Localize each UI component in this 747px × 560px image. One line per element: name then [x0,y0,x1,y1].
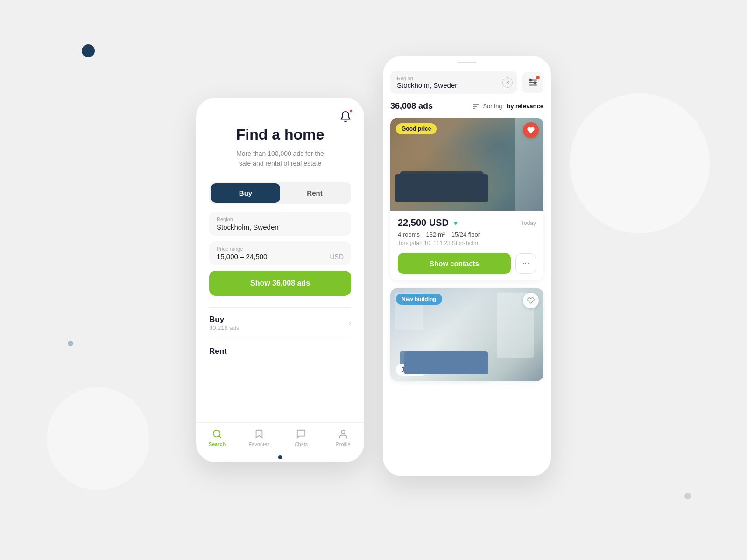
chats-nav-label: Chats [295,441,308,447]
sorting-value: by relevance [507,103,543,110]
left-phone: Find a home More than 100,000 ads for th… [196,98,364,462]
sort-button[interactable]: Sorting: by relevance [472,103,543,110]
left-phone-content: Find a home More than 100,000 ads for th… [196,98,364,422]
svg-marker-11 [402,367,408,372]
nav-chats[interactable]: Chats [280,428,322,447]
bg-shape-right [570,93,710,233]
sofa2-decoration [400,351,479,372]
price-range-field[interactable]: Price range 15,000 – 24,500 USD [209,241,351,265]
svg-point-7 [534,82,536,84]
results-header: 36,008 ads Sorting: by relevance [383,101,551,111]
filter-active-dot [536,76,540,79]
rent-category-item[interactable]: Rent [209,339,351,364]
svg-point-2 [341,430,345,434]
price-range-label: Price range [217,246,344,252]
hero-title: Find a home [209,126,351,143]
decorative-dot-4 [684,493,691,499]
region-label: Region [217,217,344,222]
favorite-button-1[interactable] [523,122,539,138]
listings-container: Good price 22,500 USD ▼ Today [383,118,551,476]
svg-line-1 [219,436,221,438]
region-input-field[interactable]: Region Stockholm, Sweden [209,212,351,236]
right-region-label: Region [397,76,511,81]
search-bar: Region Stockholm, Sweden ✕ [383,71,551,94]
listing-1-image: Good price [390,118,543,211]
svg-point-6 [530,79,532,81]
favorites-nav-icon [254,428,265,440]
bottom-nav: Search Favorites Chats [196,422,364,451]
phone-indicator-dot [278,455,282,459]
listing-1-price: 22,500 USD ▼ [398,217,459,228]
hero-subtitle: More than 100,000 ads for thesale and re… [209,149,351,168]
right-phone: Region Stockholm, Sweden ✕ 36,008 ads So… [383,56,551,476]
drag-handle [458,62,476,63]
right-region-input[interactable]: Region Stockholm, Sweden ✕ [390,71,517,94]
price-down-icon: ▼ [452,219,459,227]
show-contacts-button[interactable]: Show contacts [398,253,511,274]
buy-category-count: 80,216 ads [209,324,239,331]
notification-badge [349,109,353,113]
new-building-badge: New building [396,294,442,305]
results-count: 36,008 ads [390,101,433,111]
listing-1-info: 22,500 USD ▼ Today 4 rooms 132 m² 15/24 … [390,211,543,280]
buy-button[interactable]: Buy [211,183,280,203]
notification-bell[interactable] [337,108,354,125]
rent-button[interactable]: Rent [280,183,349,203]
chats-nav-icon [296,428,307,440]
region-value: Stockholm, Sweden [217,223,344,231]
buy-category-title: Buy [209,315,239,324]
more-options-button[interactable]: ··· [515,253,536,274]
nav-profile[interactable]: Profile [322,428,364,447]
favorite-button-2[interactable] [523,293,539,308]
filter-button[interactable] [522,72,543,93]
listing-2-image: New building Map [390,288,543,381]
listing-card-1: Good price 22,500 USD ▼ Today [390,118,543,280]
search-nav-icon [211,428,223,440]
table-decoration [446,184,472,198]
decorative-dot-2 [68,341,73,346]
map-label: Map [411,366,422,373]
profile-nav-icon [338,428,349,440]
rent-category-title: Rent [209,347,351,356]
right-region-value: Stockholm, Sweden [397,81,511,89]
listing-1-price-row: 22,500 USD ▼ Today [398,217,536,228]
nav-favorites[interactable]: Favorites [238,428,280,447]
bg-shape-left [47,387,149,490]
search-nav-label: Search [209,441,226,447]
sorting-label: Sorting: [483,103,504,110]
buy-rent-toggle: Buy Rent [209,182,351,204]
decorative-dot-1 [82,44,95,57]
buy-category-info: Buy 80,216 ads [209,315,239,331]
map-badge[interactable]: Map [396,364,428,376]
price-range-value: 15,000 – 24,500 USD [217,252,344,260]
buy-chevron-icon: › [348,318,351,328]
listing-1-date: Today [521,220,536,226]
favorites-nav-label: Favorites [248,441,269,447]
clear-region-button[interactable]: ✕ [502,77,513,88]
show-ads-button[interactable]: Show 36,008 ads [209,271,351,296]
buy-category-item[interactable]: Buy 80,216 ads › [209,307,351,339]
profile-nav-label: Profile [336,441,350,447]
listing-1-specs: 4 rooms 132 m² 15/24 floor [398,231,536,238]
sofa-decoration [400,171,484,197]
listing-1-actions: Show contacts ··· [398,253,536,274]
listing-1-address: Torsgatan 10, 111 23 Stockholm [398,240,536,246]
listing-card-2: New building Map [390,288,543,381]
good-price-badge: Good price [396,123,437,134]
nav-search[interactable]: Search [196,428,238,447]
